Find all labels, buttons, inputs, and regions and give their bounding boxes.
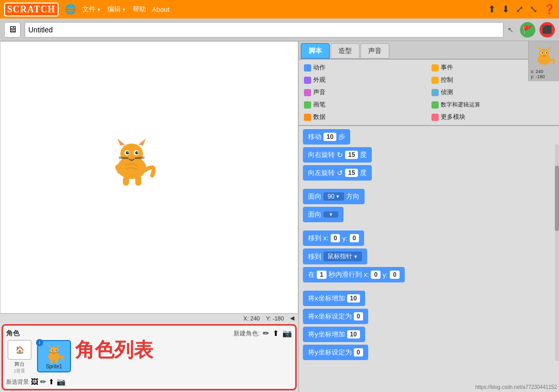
block-turn-right[interactable]: 向右旋转 ↻ 15 度	[303, 147, 372, 163]
svg-point-29	[56, 350, 57, 351]
question-icon[interactable]: ❓	[544, 4, 555, 15]
sprite-panel-header: 角色 新建角色: ✏ ⬆ 📷	[6, 329, 292, 338]
block-move-value[interactable]: 10	[323, 133, 336, 141]
sprite-item-sprite1[interactable]: i	[37, 340, 71, 372]
fullscreen-icon[interactable]: ⤢	[516, 4, 524, 15]
svg-point-41	[542, 52, 543, 54]
block-turn-right-value[interactable]: 15	[345, 151, 358, 159]
upload-sprite-button[interactable]: ⬆	[273, 329, 279, 338]
new-backdrop-label: 新选背景	[6, 378, 29, 386]
run-button[interactable]: 🚩	[520, 22, 535, 38]
svg-rect-33	[50, 360, 53, 364]
tab-sounds[interactable]: 声音	[360, 43, 389, 59]
svg-point-36	[539, 48, 549, 58]
backdrop-upload-button[interactable]: ⬆	[48, 378, 55, 386]
block-move[interactable]: 移动 10 步	[303, 129, 350, 145]
backdrop-paint-button[interactable]: ✏	[40, 378, 46, 386]
block-categories: 动作 事件 外观 控制 声音 侦测	[299, 60, 559, 125]
stop-button[interactable]: ⬛	[539, 22, 555, 38]
cat-looks[interactable]: 外观	[302, 74, 429, 86]
menu-help[interactable]: 帮助	[133, 5, 146, 14]
block-point-towards[interactable]: 面向 ▼	[303, 207, 344, 222]
sprite-panel-title: 角色	[6, 329, 20, 338]
sprite-coords-display: x: 240 y: -180	[531, 69, 557, 79]
block-change-x-label: 将x坐标增加	[308, 294, 345, 303]
svg-marker-37	[537, 46, 541, 49]
block-glide-time-value[interactable]: 1	[317, 271, 327, 279]
cat-operators[interactable]: 数字和逻辑运算	[429, 99, 556, 111]
block-point-suffix: 方向	[346, 192, 359, 201]
block-glide-mid-label: 秒内滑行到 x:	[329, 270, 369, 279]
backdrop-photo-button[interactable]: 📷	[57, 378, 65, 386]
x-coord-label: X: 240	[243, 315, 260, 322]
svg-point-1	[120, 144, 143, 164]
svg-point-21	[49, 347, 59, 355]
stage-view-button[interactable]: 🖥	[4, 22, 21, 38]
block-change-x[interactable]: 将x坐标增加 10	[303, 291, 365, 306]
block-set-y[interactable]: 将y坐标设定为 0	[303, 345, 368, 360]
block-goto-xy[interactable]: 移到 x: 0 y: 0	[303, 230, 364, 246]
block-towards-dropdown[interactable]: ▼	[323, 211, 338, 218]
photo-sprite-button[interactable]: 📷	[282, 329, 292, 338]
block-glide-xy[interactable]: 在 1 秒内滑行到 x: 0 y: 0	[303, 267, 405, 282]
expand-stage-button[interactable]: ◀	[290, 315, 294, 322]
tab-costumes[interactable]: 造型	[331, 43, 359, 59]
block-goto-pointer-dropdown[interactable]: 鼠标指针▼	[323, 252, 362, 261]
cursor-indicator: ↖	[508, 26, 514, 34]
panel-sprite-preview	[531, 43, 557, 69]
block-change-y[interactable]: 将y坐标增加 10	[303, 327, 365, 342]
block-turn-left-value[interactable]: 15	[345, 169, 358, 177]
svg-point-10	[128, 152, 129, 153]
scratch-logo: SCRATCH	[4, 3, 59, 16]
backdrop-image-button[interactable]: 🖼	[31, 378, 38, 386]
block-glide-y-label: y:	[383, 271, 388, 279]
globe-icon[interactable]: 🌐	[65, 4, 76, 15]
cat-motion[interactable]: 动作	[302, 62, 429, 74]
new-sprite-label: 新建角色:	[233, 329, 260, 338]
tab-script[interactable]: 脚本	[301, 43, 330, 59]
stage-thumbnail[interactable]: 🏠 舞台 1背景	[6, 340, 33, 375]
toolbar: 🖥 ↖ 🚩 ⬛	[0, 19, 559, 41]
menu-edit[interactable]: 编辑	[107, 5, 127, 14]
block-point-direction[interactable]: 面向 90▼ 方向	[303, 189, 365, 204]
block-goto-y-label: y:	[342, 235, 347, 242]
new-backdrop-area: 新选背景 🖼 ✏ ⬆ 📷	[6, 378, 292, 386]
block-change-y-value[interactable]: 10	[347, 330, 360, 338]
sprite-info-icon: i	[36, 339, 43, 346]
stage-thumb-label: 舞台	[14, 361, 25, 368]
project-name-input[interactable]	[25, 22, 503, 38]
cat-more[interactable]: 更多模块	[429, 111, 556, 123]
cat-sensing[interactable]: 侦测	[429, 86, 556, 98]
block-goto-pointer[interactable]: 移到 鼠标指针▼	[303, 248, 367, 264]
block-turn-right-suffix: 度	[360, 150, 367, 159]
compress-icon[interactable]: ⤡	[530, 4, 537, 15]
block-turn-left[interactable]: 向左旋转 ↺ 15 度	[303, 165, 372, 181]
block-change-x-value[interactable]: 10	[347, 294, 360, 302]
block-goto-y-value[interactable]: 0	[350, 234, 359, 242]
block-glide-y-value[interactable]: 0	[390, 271, 400, 279]
paint-sprite-button[interactable]: ✏	[263, 329, 269, 338]
cat-sound[interactable]: 声音	[302, 86, 429, 98]
block-set-x[interactable]: 将x坐标设定为 0	[303, 309, 368, 324]
block-set-y-value[interactable]: 0	[354, 348, 364, 357]
block-towards-label: 面向	[308, 210, 321, 219]
menu-file[interactable]: 文件	[82, 5, 101, 14]
block-goto-label: 移到 x:	[308, 234, 329, 243]
svg-point-8	[126, 151, 129, 154]
upload-icon[interactable]: ⬆	[488, 4, 496, 15]
block-point-value[interactable]: 90▼	[323, 192, 344, 201]
cat-pen[interactable]: 画笔	[302, 99, 429, 111]
block-set-x-value[interactable]: 0	[354, 312, 364, 320]
stage-thumb-icon: 🏠	[15, 346, 24, 354]
sprite-panel: 角色 新建角色: ✏ ⬆ 📷 🏠 舞台 1背景	[2, 324, 297, 390]
blocks-list: 移动 10 步 向右旋转 ↻ 15 度 向左旋转 ↺ 15 度 面向	[299, 126, 559, 392]
block-glide-x-value[interactable]: 0	[371, 271, 381, 279]
watermark: https://blog.csdn.net/a77230441152	[475, 384, 557, 390]
turn-right-icon: ↻	[337, 151, 343, 159]
block-goto-x-value[interactable]: 0	[331, 234, 340, 242]
download-icon[interactable]: ⬇	[502, 4, 510, 15]
menu-about[interactable]: About	[152, 6, 170, 13]
cat-data[interactable]: 数据	[302, 111, 429, 123]
block-point-label: 面向	[308, 192, 321, 201]
scratch-cat	[103, 134, 160, 186]
